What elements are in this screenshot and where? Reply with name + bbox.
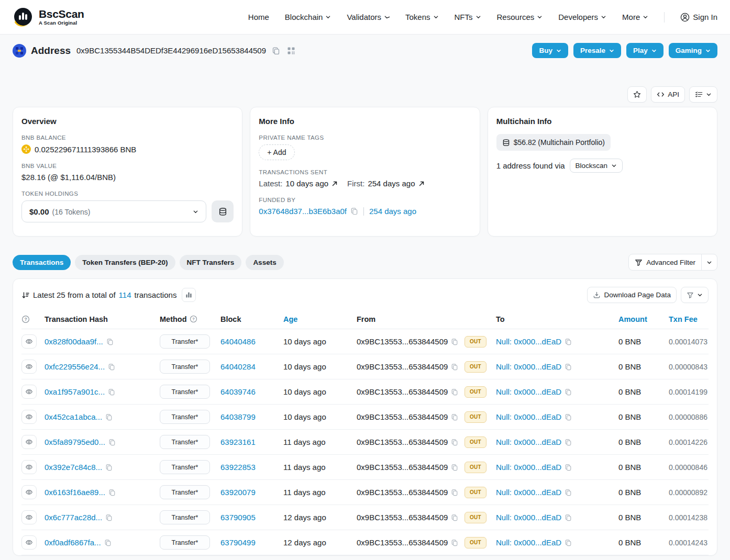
copy-to-address-button[interactable] [565, 363, 572, 371]
block-link[interactable]: 64039746 [220, 387, 256, 396]
block-link[interactable]: 63923161 [220, 438, 256, 446]
copy-to-address-button[interactable] [565, 413, 572, 421]
funded-by-address-link[interactable]: 0x37648d37...b3E6b3a0f [259, 207, 347, 216]
multichain-portfolio-button[interactable]: $56.82 (Multichain Portfolio) [496, 134, 611, 151]
nav-item-validators[interactable]: Validators [347, 13, 390, 21]
copy-to-address-button[interactable] [565, 464, 572, 471]
nav-item-nfts[interactable]: NFTs [455, 13, 481, 21]
copy-from-address-button[interactable] [451, 539, 458, 546]
preview-transaction-button[interactable] [21, 510, 37, 524]
qr-code-button[interactable] [286, 46, 296, 56]
tab-assets[interactable]: Assets [246, 255, 283, 270]
sign-in-button[interactable]: Sign In [680, 13, 717, 22]
nav-item-blockchain[interactable]: Blockchain [285, 13, 331, 21]
wallet-button[interactable] [212, 200, 234, 222]
nav-item-resources[interactable]: Resources [497, 13, 543, 21]
to-address-link[interactable]: Null: 0x000...dEaD [496, 362, 561, 371]
add-name-tag-button[interactable]: + Add [259, 144, 294, 160]
copy-to-address-button[interactable] [565, 338, 572, 345]
copy-hash-button[interactable] [108, 363, 115, 371]
copy-from-address-button[interactable] [451, 439, 458, 446]
transaction-hash-link[interactable]: 0xa1f957a901c... [45, 387, 105, 396]
block-link[interactable]: 64038799 [220, 412, 256, 421]
copy-to-address-button[interactable] [565, 539, 572, 546]
to-address-link[interactable]: Null: 0x000...dEaD [496, 488, 561, 497]
copy-hash-button[interactable] [106, 338, 114, 345]
tab-token-transfers[interactable]: Token Transfers (BEP-20) [75, 255, 175, 270]
advanced-filter-caret[interactable] [701, 254, 717, 270]
copy-hash-button[interactable] [105, 464, 113, 471]
copy-hash-button[interactable] [108, 388, 115, 396]
transaction-hash-link[interactable]: 0xfc229556e24... [45, 362, 105, 371]
copy-to-address-button[interactable] [565, 489, 572, 496]
buy-button[interactable]: Buy [532, 43, 568, 58]
preview-transaction-button[interactable] [21, 435, 37, 449]
table-filter-button[interactable] [681, 287, 709, 303]
to-address-link[interactable]: Null: 0x000...dEaD [496, 387, 561, 396]
favorite-button[interactable] [627, 86, 647, 103]
to-address-link[interactable]: Null: 0x000...dEaD [496, 412, 561, 421]
preview-transaction-button[interactable] [21, 334, 37, 349]
transaction-hash-link[interactable]: 0x452ca1abca... [45, 412, 102, 421]
transaction-hash-link[interactable]: 0x828f00daa9f... [45, 337, 103, 346]
transaction-hash-link[interactable]: 0x6c777ac28d... [45, 513, 102, 522]
copy-to-address-button[interactable] [565, 388, 572, 396]
copy-funded-address-button[interactable] [350, 207, 358, 215]
presale-button[interactable]: Presale [573, 43, 621, 58]
block-link[interactable]: 63920079 [220, 488, 256, 497]
copy-from-address-button[interactable] [451, 338, 458, 345]
play-button[interactable]: Play [626, 43, 663, 58]
analytics-button[interactable] [182, 288, 196, 302]
to-address-link[interactable]: Null: 0x000...dEaD [496, 463, 561, 472]
token-holdings-select[interactable]: $0.00(16 Tokens) [21, 200, 206, 222]
tab-transactions[interactable]: Transactions [13, 255, 71, 270]
copy-from-address-button[interactable] [451, 363, 458, 371]
external-link-icon[interactable] [331, 181, 338, 187]
copy-hash-button[interactable] [105, 413, 113, 421]
col-fee-toggle[interactable]: Txn Fee [669, 315, 698, 323]
nav-item-developers[interactable]: Developers [558, 13, 606, 21]
preview-transaction-button[interactable] [21, 535, 37, 550]
copy-from-address-button[interactable] [451, 388, 458, 396]
transaction-hash-link[interactable]: 0xf0adf6867fa... [45, 538, 101, 547]
col-amount-toggle[interactable]: Amount [618, 315, 647, 323]
blockscan-dropdown[interactable]: Blockscan [570, 159, 623, 173]
copy-to-address-button[interactable] [565, 439, 572, 446]
nav-item-tokens[interactable]: Tokens [405, 13, 439, 21]
brand-logo[interactable]: BscScan A Scan Original [13, 6, 84, 28]
preview-transaction-button[interactable] [21, 460, 37, 474]
to-address-link[interactable]: Null: 0x000...dEaD [496, 538, 561, 547]
advanced-filter-main[interactable]: Advanced Filter [629, 254, 701, 270]
block-link[interactable]: 64040284 [220, 362, 256, 371]
api-button[interactable]: API [651, 86, 685, 103]
copy-hash-button[interactable] [105, 514, 113, 521]
to-address-link[interactable]: Null: 0x000...dEaD [496, 337, 561, 346]
to-address-link[interactable]: Null: 0x000...dEaD [496, 438, 561, 446]
col-age-toggle[interactable]: Age [283, 315, 297, 323]
nav-item-more[interactable]: More [622, 13, 648, 21]
gaming-button[interactable]: Gaming [669, 43, 717, 58]
copy-from-address-button[interactable] [451, 413, 458, 421]
transactions-count-link[interactable]: 114 [119, 290, 131, 299]
preview-transaction-button[interactable] [21, 360, 37, 374]
to-address-link[interactable]: Null: 0x000...dEaD [496, 513, 561, 522]
preview-transaction-button[interactable] [21, 485, 37, 499]
preview-transaction-button[interactable] [21, 385, 37, 399]
copy-from-address-button[interactable] [451, 514, 458, 521]
block-link[interactable]: 63790499 [220, 538, 256, 547]
transaction-hash-link[interactable]: 0x5fa89795ed0... [45, 438, 105, 446]
block-link[interactable]: 63790905 [220, 513, 256, 522]
preview-transaction-button[interactable] [21, 410, 37, 424]
transaction-hash-link[interactable]: 0x392e7c84c8... [45, 463, 102, 472]
copy-address-button[interactable] [271, 46, 281, 56]
transaction-hash-link[interactable]: 0x6163f16ae89... [45, 488, 105, 497]
nav-item-home[interactable]: Home [248, 13, 269, 21]
external-link-icon[interactable] [418, 181, 425, 187]
tab-nft-transfers[interactable]: NFT Transfers [180, 255, 242, 270]
copy-hash-button[interactable] [108, 439, 116, 446]
copy-from-address-button[interactable] [451, 489, 458, 496]
copy-hash-button[interactable] [104, 539, 112, 546]
funded-age-link[interactable]: 254 days ago [369, 207, 416, 216]
block-link[interactable]: 64040486 [220, 337, 256, 346]
view-options-button[interactable] [689, 86, 717, 103]
